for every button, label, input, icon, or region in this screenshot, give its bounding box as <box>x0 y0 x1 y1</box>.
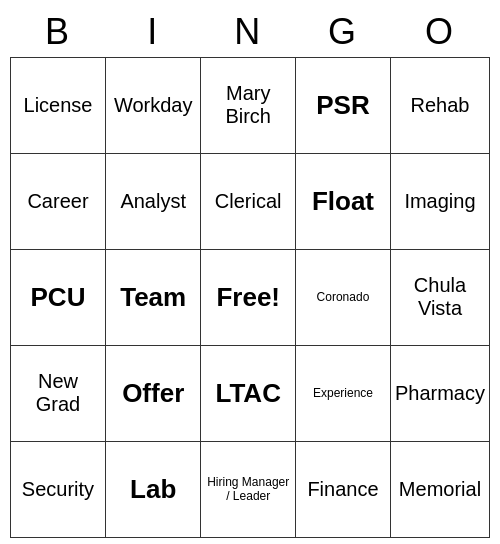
bingo-cell-0-1: Workday <box>105 57 200 153</box>
cell-text-3-2: LTAC <box>205 350 291 437</box>
cell-text-4-3: Finance <box>300 446 386 533</box>
bingo-row-3: New GradOfferLTACExperiencePharmacy <box>11 345 490 441</box>
bingo-card: BINGO LicenseWorkdayMary BirchPSRRehabCa… <box>10 7 490 538</box>
bingo-cell-1-1: Analyst <box>105 153 200 249</box>
bingo-cell-3-4: Pharmacy <box>390 345 489 441</box>
cell-text-1-1: Analyst <box>110 158 196 245</box>
cell-text-1-0: Career <box>15 158 101 245</box>
bingo-cell-2-3: Coronado <box>296 249 391 345</box>
bingo-cell-2-2: Free! <box>201 249 296 345</box>
cell-text-2-4: Chula Vista <box>395 254 485 341</box>
cell-text-2-1: Team <box>110 254 196 341</box>
cell-text-4-1: Lab <box>110 446 196 533</box>
bingo-cell-2-0: PCU <box>11 249 106 345</box>
bingo-row-0: LicenseWorkdayMary BirchPSRRehab <box>11 57 490 153</box>
cell-text-3-3: Experience <box>300 350 386 437</box>
cell-text-3-0: New Grad <box>15 350 101 437</box>
header-letter-N: N <box>201 7 296 58</box>
bingo-cell-4-2: Hiring Manager / Leader <box>201 441 296 537</box>
bingo-cell-3-0: New Grad <box>11 345 106 441</box>
cell-text-0-2: Mary Birch <box>205 62 291 149</box>
header-letter-B: B <box>11 7 106 58</box>
cell-text-3-4: Pharmacy <box>395 350 485 437</box>
cell-text-0-3: PSR <box>300 62 386 149</box>
bingo-cell-4-3: Finance <box>296 441 391 537</box>
bingo-cell-1-2: Clerical <box>201 153 296 249</box>
cell-text-3-1: Offer <box>110 350 196 437</box>
cell-text-2-3: Coronado <box>300 254 386 341</box>
bingo-row-1: CareerAnalystClericalFloatImaging <box>11 153 490 249</box>
cell-text-1-3: Float <box>300 158 386 245</box>
cell-text-1-4: Imaging <box>395 158 485 245</box>
cell-text-4-2: Hiring Manager / Leader <box>205 446 291 533</box>
header-letter-G: G <box>296 7 391 58</box>
bingo-cell-2-4: Chula Vista <box>390 249 489 345</box>
bingo-cell-3-3: Experience <box>296 345 391 441</box>
cell-text-0-1: Workday <box>110 62 196 149</box>
bingo-cell-4-4: Memorial <box>390 441 489 537</box>
bingo-cell-0-3: PSR <box>296 57 391 153</box>
bingo-cell-0-4: Rehab <box>390 57 489 153</box>
bingo-row-4: SecurityLabHiring Manager / LeaderFinanc… <box>11 441 490 537</box>
cell-text-4-4: Memorial <box>395 446 485 533</box>
cell-text-0-0: License <box>15 62 101 149</box>
bingo-cell-4-0: Security <box>11 441 106 537</box>
header-letter-O: O <box>390 7 489 58</box>
cell-text-2-0: PCU <box>15 254 101 341</box>
cell-text-4-0: Security <box>15 446 101 533</box>
cell-text-1-2: Clerical <box>205 158 291 245</box>
bingo-cell-1-0: Career <box>11 153 106 249</box>
bingo-cell-4-1: Lab <box>105 441 200 537</box>
cell-text-2-2: Free! <box>205 254 291 341</box>
bingo-cell-3-1: Offer <box>105 345 200 441</box>
bingo-cell-1-4: Imaging <box>390 153 489 249</box>
bingo-cell-0-2: Mary Birch <box>201 57 296 153</box>
bingo-cell-2-1: Team <box>105 249 200 345</box>
bingo-cell-0-0: License <box>11 57 106 153</box>
header-letter-I: I <box>105 7 200 58</box>
cell-text-0-4: Rehab <box>395 62 485 149</box>
bingo-cell-3-2: LTAC <box>201 345 296 441</box>
bingo-cell-1-3: Float <box>296 153 391 249</box>
bingo-row-2: PCUTeamFree!CoronadoChula Vista <box>11 249 490 345</box>
header-row: BINGO <box>11 7 490 58</box>
